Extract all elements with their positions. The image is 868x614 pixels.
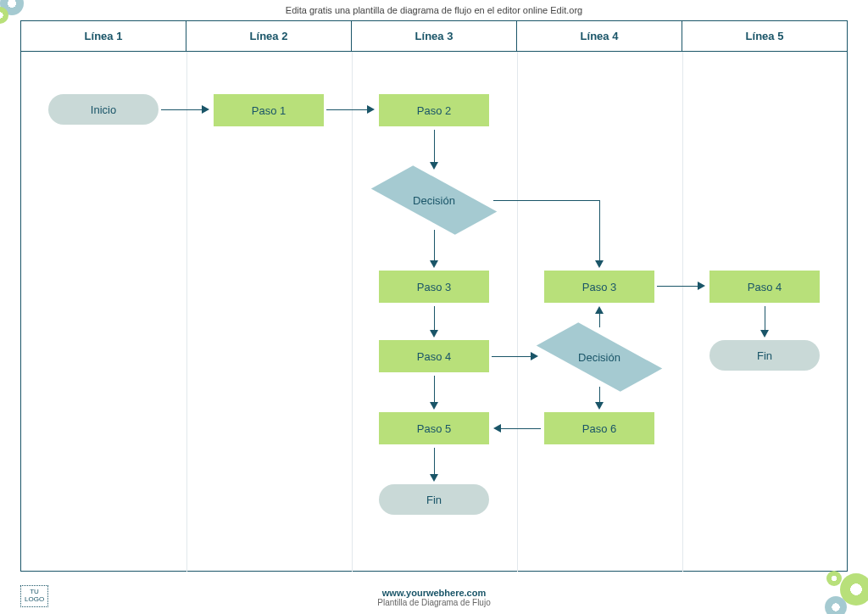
arrow [161,109,203,110]
node-label: Paso 6 [582,422,616,435]
arrow [599,200,600,262]
lanes-area: Inicio Paso 1 Paso 2 Decisión Paso 3 Pas… [21,52,847,572]
flowchart-canvas: Línea 1 Línea 2 Línea 3 Línea 4 Línea 5 … [20,20,848,572]
arrow-head [531,352,538,360]
footer-sub: Plantilla de Diagrama de Flujo [0,598,868,607]
arrow-head [595,306,604,314]
node-paso3b[interactable]: Paso 3 [544,271,654,303]
node-decision2[interactable]: Decisión [540,327,659,387]
node-label: Paso 3 [417,281,451,293]
arrow [599,387,600,404]
lane-divider [682,52,683,572]
lane-divider [517,52,518,572]
lane-header-2: Línea 2 [186,21,352,51]
arrow-head [430,474,438,482]
node-fin1[interactable]: Fin [379,484,489,515]
arrow [434,448,435,476]
arrow-head [202,105,209,114]
node-label: Fin [757,349,772,362]
arrow-head [595,260,604,268]
arrow [434,230,435,262]
node-label: Fin [426,494,442,506]
node-paso5[interactable]: Paso 5 [379,412,489,444]
node-paso4a[interactable]: Paso 4 [379,340,489,372]
lane-header-4: Línea 4 [517,21,682,51]
arrow [492,356,532,357]
node-paso6[interactable]: Paso 6 [544,412,654,444]
footer-web: www.yourwebhere.com [0,588,868,598]
node-label: Paso 1 [252,104,286,117]
node-label: Decisión [578,351,620,364]
node-label: Paso 4 [748,281,782,293]
arrow-head [595,402,604,410]
arrow-head [367,105,375,114]
arrow-head [698,282,705,290]
arrow [500,428,541,429]
arrow [434,376,435,404]
arrow [326,109,369,110]
arrow-head [430,402,438,410]
node-label: Paso 4 [417,350,451,363]
node-fin2[interactable]: Fin [709,340,820,371]
arrow [434,306,435,332]
node-paso2[interactable]: Paso 2 [379,94,489,126]
lane-header-5: Línea 5 [682,21,847,51]
node-label: Paso 2 [417,104,451,117]
arrow-head [430,260,438,268]
arrow [765,306,765,332]
node-decision1[interactable]: Decisión [375,170,493,230]
lane-header-1: Línea 1 [21,21,186,51]
node-inicio[interactable]: Inicio [48,94,159,125]
arrow-head [430,330,438,338]
lane-header-3: Línea 3 [352,21,517,51]
lane-headers: Línea 1 Línea 2 Línea 3 Línea 4 Línea 5 [21,21,847,52]
arrow [493,200,599,201]
node-paso1[interactable]: Paso 1 [214,94,324,126]
arrow-head [493,424,501,433]
node-label: Paso 5 [417,422,451,435]
footer: www.yourwebhere.com Plantilla de Diagram… [0,588,868,607]
node-label: Decisión [413,194,455,207]
node-label: Inicio [91,103,116,116]
tagline: Edita gratis una plantilla de diagrama d… [0,0,868,20]
arrow-head [760,330,769,338]
lane-divider [352,52,353,572]
arrow [657,286,699,287]
node-paso4b[interactable]: Paso 4 [709,271,820,303]
node-label: Paso 3 [582,281,616,293]
arrow [599,313,600,327]
arrow [434,130,435,164]
node-paso3a[interactable]: Paso 3 [379,271,489,303]
lane-divider [186,52,187,572]
arrow-head [430,162,438,170]
